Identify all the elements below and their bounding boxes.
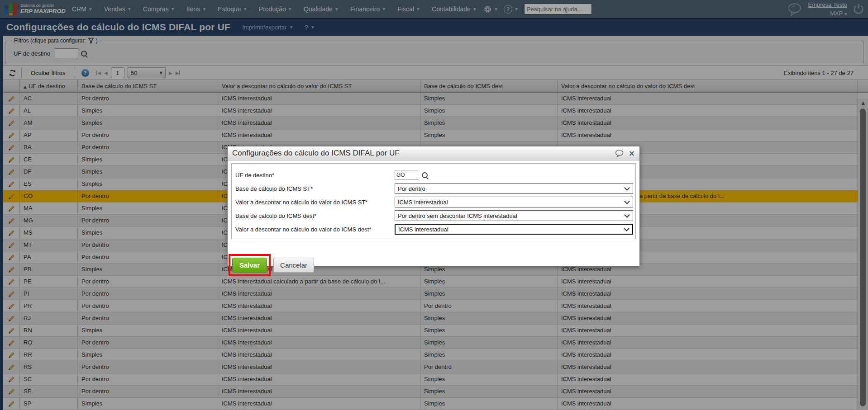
field-label: Base de cálculo do ICMS dest* bbox=[232, 212, 395, 219]
field-label: Valor a descontar no cálculo do valor do… bbox=[232, 199, 395, 206]
dialog-title-bar[interactable]: Configurações do cálculo do ICMS DIFAL p… bbox=[228, 146, 639, 160]
edit-dialog: Configurações do cálculo do ICMS DIFAL p… bbox=[227, 146, 640, 266]
select-value: ICMS interestadual bbox=[398, 199, 625, 206]
modal-field-row: Base de cálculo do ICMS dest* Por dentro… bbox=[232, 209, 635, 222]
chevron-down-icon bbox=[624, 226, 630, 231]
field-select[interactable]: ICMS interestadual bbox=[395, 224, 633, 235]
dialog-body: UF de destino* Base de cálculo do ICMS S… bbox=[228, 160, 639, 266]
modal-field-row: UF de destino* bbox=[232, 168, 635, 182]
field-label: Base de cálculo do ICMS ST* bbox=[232, 185, 395, 192]
field-label: Valor a descontar no cálculo do valor do… bbox=[232, 226, 395, 233]
dialog-chat-bubble-icon[interactable] bbox=[615, 149, 624, 157]
modal-field-row: Base de cálculo do ICMS ST* Por dentro bbox=[232, 182, 635, 195]
chevron-down-icon bbox=[624, 198, 630, 204]
uf-destino-input[interactable] bbox=[395, 170, 418, 180]
field-select[interactable]: Por dentro sem descontar ICMS interestad… bbox=[395, 210, 633, 221]
cancel-button[interactable]: Cancelar bbox=[273, 258, 314, 273]
field-select[interactable]: ICMS interestadual bbox=[395, 197, 633, 207]
field-label: UF de destino* bbox=[232, 172, 395, 179]
field-select[interactable]: Por dentro bbox=[395, 183, 633, 194]
select-value: Por dentro bbox=[398, 185, 625, 192]
modal-field-row: Valor a descontar no cálculo do valor do… bbox=[232, 222, 635, 236]
modal-field-row: Valor a descontar no cálculo do valor do… bbox=[232, 195, 635, 209]
dialog-title: Configurações do cálculo do ICMS DIFAL p… bbox=[232, 149, 400, 158]
select-value: Por dentro sem descontar ICMS interestad… bbox=[398, 212, 625, 219]
dialog-fieldset: UF de destino* Base de cálculo do ICMS S… bbox=[231, 163, 636, 239]
select-value: ICMS interestadual bbox=[398, 226, 625, 233]
chevron-down-icon bbox=[624, 212, 630, 218]
screen: Sistema de gestão ERP MAXIPROD CRM ▼ Ven… bbox=[0, 0, 868, 410]
close-icon[interactable]: × bbox=[629, 150, 635, 157]
chevron-down-icon bbox=[624, 185, 630, 191]
save-button[interactable]: Salvar bbox=[232, 258, 267, 273]
search-lens-icon[interactable] bbox=[422, 172, 428, 178]
